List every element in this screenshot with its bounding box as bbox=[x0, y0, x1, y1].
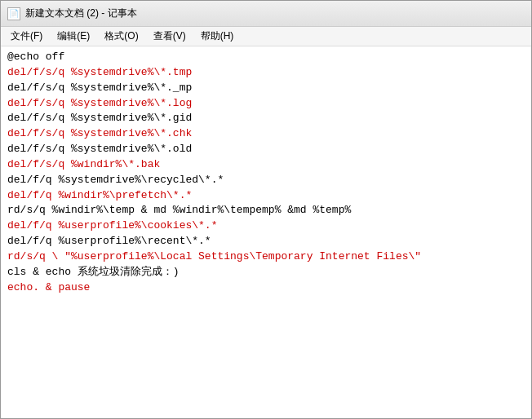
line-10: del/f/q %windir%\prefetch\*.* bbox=[7, 188, 525, 204]
menu-format[interactable]: 格式(O) bbox=[98, 28, 144, 45]
text-editor[interactable]: @echo off del/f/s/q %systemdrive%\*.tmp … bbox=[1, 46, 531, 418]
menu-edit[interactable]: 编辑(E) bbox=[51, 28, 96, 45]
line-16: echo. & pause bbox=[7, 280, 525, 296]
line-14: rd/s/q \ "%userprofile%\Local Settings\T… bbox=[7, 249, 525, 265]
line-1: @echo off bbox=[7, 50, 525, 65]
line-2: del/f/s/q %systemdrive%\*.tmp bbox=[7, 65, 525, 81]
line-12: del/f/q %userprofile%\cookies\*.* bbox=[7, 218, 525, 234]
menu-view[interactable]: 查看(V) bbox=[147, 28, 193, 45]
menu-bar: 文件(F) 编辑(E) 格式(O) 查看(V) 帮助(H) bbox=[1, 27, 531, 46]
line-13: del/f/q %userprofile%\recent\*.* bbox=[7, 234, 525, 249]
line-15: cls & echo 系统垃圾清除完成：) bbox=[7, 265, 525, 280]
title-bar: 📄 新建文本文档 (2) - 记事本 bbox=[1, 1, 531, 27]
line-8: del/f/s/q %windir%\*.bak bbox=[7, 157, 525, 173]
line-3: del/f/s/q %systemdrive%\*._mp bbox=[7, 81, 525, 96]
notepad-window: 📄 新建文本文档 (2) - 记事本 文件(F) 编辑(E) 格式(O) 查看(… bbox=[0, 0, 532, 419]
line-4: del/f/s/q %systemdrive%\*.log bbox=[7, 96, 525, 112]
line-11: rd/s/q %windir%\temp & md %windir%\tempe… bbox=[7, 203, 525, 218]
line-7: del/f/s/q %systemdrive%\*.old bbox=[7, 142, 525, 157]
line-5: del/f/s/q %systemdrive%\*.gid bbox=[7, 111, 525, 126]
line-9: del/f/q %systemdrive%\recycled\*.* bbox=[7, 173, 525, 188]
menu-help[interactable]: 帮助(H) bbox=[194, 28, 241, 45]
line-6: del/f/s/q %systemdrive%\*.chk bbox=[7, 126, 525, 142]
window-icon: 📄 bbox=[7, 7, 20, 20]
window-title: 新建文本文档 (2) - 记事本 bbox=[25, 7, 525, 20]
menu-file[interactable]: 文件(F) bbox=[4, 28, 49, 45]
